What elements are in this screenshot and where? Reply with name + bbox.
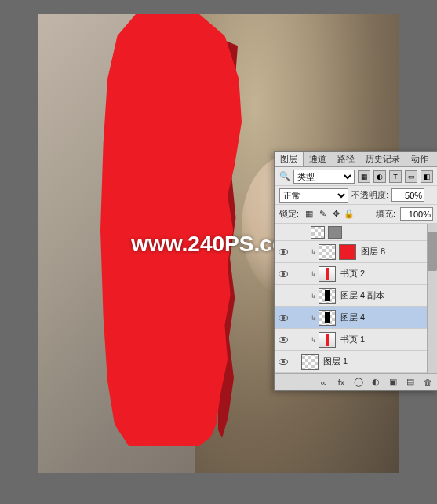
layer-thumbnail[interactable] [319, 288, 336, 304]
eye-icon [279, 249, 288, 255]
clip-indicator-icon: ↳ [311, 314, 319, 322]
layer-row[interactable]: 图层 1 [275, 351, 437, 373]
link-layers-icon[interactable]: ∞ [319, 377, 330, 388]
panel-footer: ∞ fx ◯ ◐ ▣ ▤ 🗑 [275, 373, 437, 390]
layer-row[interactable]: ↳ 书页 2 [275, 263, 437, 285]
delete-layer-icon[interactable]: 🗑 [422, 377, 433, 388]
layers-panel: 图层 通道 路径 历史记录 动作 🔍 类型 ▦ ◐ T ▭ ◧ 正常 不透明度:… [274, 151, 437, 391]
lock-transparent-icon[interactable]: ▦ [304, 209, 315, 220]
layer-thumbnail[interactable] [319, 244, 336, 260]
blend-mode-select[interactable]: 正常 [279, 188, 348, 203]
blend-row: 正常 不透明度: [275, 186, 437, 205]
layer-thumbnail[interactable] [301, 354, 319, 370]
lock-position-icon[interactable]: ✥ [330, 209, 341, 220]
filter-shape-icon[interactable]: ▭ [405, 170, 417, 183]
layer-thumbnail[interactable] [328, 226, 342, 239]
layer-mask-thumbnail[interactable] [339, 244, 356, 260]
add-mask-icon[interactable]: ◯ [353, 377, 364, 388]
eye-icon [279, 271, 288, 277]
lock-row: 锁定: ▦ ✎ ✥ 🔒 填充: [275, 205, 437, 224]
layer-name-label[interactable]: 图层 4 [340, 312, 365, 323]
visibility-toggle[interactable] [276, 357, 290, 367]
filter-type-icon: 🔍 [279, 171, 290, 182]
layer-thumbnail[interactable] [319, 332, 336, 348]
filter-pixel-icon[interactable]: ▦ [358, 170, 370, 183]
layer-row[interactable]: ↳ 图层 4 [275, 307, 437, 329]
visibility-toggle[interactable] [276, 247, 290, 257]
lock-pixels-icon[interactable]: ✎ [317, 209, 328, 220]
tab-layers[interactable]: 图层 [275, 152, 304, 166]
lock-icon-group: ▦ ✎ ✥ 🔒 [304, 209, 355, 220]
new-group-icon[interactable]: ▣ [388, 377, 399, 388]
eye-icon [279, 359, 288, 365]
tab-actions[interactable]: 动作 [406, 152, 434, 166]
filter-adjust-icon[interactable]: ◐ [373, 170, 386, 183]
lock-all-icon[interactable]: 🔒 [344, 209, 355, 220]
eye-icon [279, 337, 288, 343]
visibility-toggle[interactable] [276, 335, 290, 345]
layer-thumbnail[interactable] [319, 310, 336, 326]
tab-channels[interactable]: 通道 [304, 152, 332, 166]
layer-name-label[interactable]: 图层 4 副本 [340, 290, 384, 301]
layer-name-label[interactable]: 书页 2 [340, 268, 365, 279]
new-adjustment-icon[interactable]: ◐ [370, 377, 381, 388]
layer-effects-icon[interactable]: fx [336, 377, 347, 388]
tab-paths[interactable]: 路径 [332, 152, 360, 166]
layer-row[interactable]: ↳ 书页 1 [275, 329, 437, 351]
clip-indicator-icon: ↳ [311, 248, 319, 256]
layer-thumbnail[interactable] [311, 226, 325, 239]
eye-icon [279, 315, 288, 321]
scrollbar-thumb[interactable] [428, 232, 437, 271]
visibility-toggle[interactable] [276, 269, 290, 279]
filter-smart-icon[interactable]: ◧ [421, 170, 433, 183]
layer-name-label[interactable]: 图层 8 [361, 246, 385, 257]
opacity-input[interactable] [391, 188, 424, 202]
layers-list[interactable]: ↳ 图层 8 ↳ 书页 2 ↳ 图层 4 副本 [275, 224, 437, 373]
layer-row[interactable]: ↳ 图层 8 [275, 241, 437, 263]
visibility-toggle[interactable] [276, 313, 290, 323]
filter-type-select[interactable]: 类型 [293, 170, 355, 184]
fill-label: 填充: [376, 208, 395, 220]
filter-text-icon[interactable]: T [389, 170, 402, 183]
layer-name-label[interactable]: 图层 1 [323, 356, 348, 367]
layer-name-label[interactable]: 书页 1 [340, 334, 365, 345]
filter-row: 🔍 类型 ▦ ◐ T ▭ ◧ [275, 167, 437, 186]
panel-tab-strip: 图层 通道 路径 历史记录 动作 [275, 152, 437, 167]
layer-thumbnail[interactable] [319, 266, 336, 282]
layer-row[interactable]: ↳ 图层 4 副本 [275, 285, 437, 307]
fill-input[interactable] [400, 207, 433, 221]
red-profile-shape [100, 14, 242, 446]
lock-label: 锁定: [279, 208, 299, 220]
new-layer-icon[interactable]: ▤ [405, 377, 416, 388]
tab-history[interactable]: 历史记录 [360, 152, 406, 166]
layers-scrollbar[interactable] [427, 224, 437, 373]
opacity-label: 不透明度: [351, 189, 388, 201]
layer-row[interactable] [275, 224, 437, 241]
clip-indicator-icon: ↳ [311, 336, 319, 344]
clip-indicator-icon: ↳ [311, 270, 319, 278]
clip-indicator-icon: ↳ [311, 292, 319, 300]
